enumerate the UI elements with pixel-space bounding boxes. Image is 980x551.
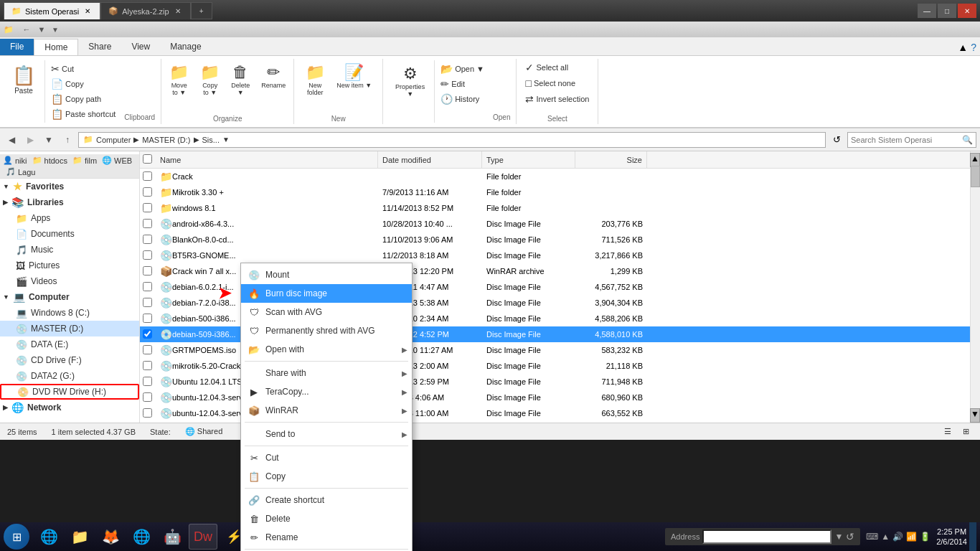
ctx-share-with[interactable]: Share with ▶ (241, 364, 412, 382)
new-tab-btn[interactable]: + (191, 2, 212, 19)
checkbox-12[interactable] (143, 361, 152, 370)
row-checkbox-8[interactable] (140, 295, 156, 310)
scrollbar[interactable]: ▲ ▼ (970, 151, 980, 423)
taskbar-firefox[interactable]: 🦊 (96, 524, 125, 550)
col-header-date[interactable]: Date modified (378, 151, 482, 168)
ctx-create-shortcut[interactable]: 🔗 Create shortcut (241, 491, 412, 509)
ctx-scan-avg[interactable]: 🛡 Scan with AVG (241, 303, 412, 321)
table-row[interactable]: 📁 Mikrotik 3.30 + 7/9/2013 11:16 AM File… (140, 184, 970, 200)
row-checkbox-2[interactable] (140, 200, 156, 215)
taskbar-ie[interactable]: 🌐 (34, 524, 63, 550)
sidebar-item-videos[interactable]: 🎬 Videos (0, 273, 139, 289)
taskbar-explorer[interactable]: 📁 (65, 524, 94, 550)
ribbon-tab-file[interactable]: File (0, 39, 34, 55)
tab-sistem-operasi[interactable]: 📁 Sistem Operasi ✕ (4, 2, 100, 19)
row-checkbox-12[interactable] (140, 358, 156, 373)
ribbon-tab-home[interactable]: Home (34, 39, 78, 55)
ctx-winrar[interactable]: 📦 WinRAR ▶ (241, 401, 412, 420)
table-row[interactable]: 💿 BT5R3-GNOME... 11/2/2013 8:18 AM Disc … (140, 248, 970, 263)
checkbox-11[interactable] (143, 345, 152, 354)
checkbox-6[interactable] (143, 266, 152, 276)
ctx-rename[interactable]: ✏ Rename (241, 528, 412, 547)
large-icons-view-btn[interactable]: ⊞ (958, 425, 973, 438)
address-bar[interactable]: 📁 Computer ▶ MASTER (D:) ▶ Sis... ▼ (78, 132, 826, 148)
checkbox-1[interactable] (143, 187, 152, 197)
checkbox-8[interactable] (143, 298, 152, 307)
nav-up-btn[interactable]: ↑ (60, 132, 75, 148)
edit-btn[interactable]: ✏ Edit (438, 77, 487, 91)
properties-btn[interactable]: ⚙ Properties▼ (390, 62, 430, 100)
search-input[interactable] (851, 136, 960, 144)
row-checkbox-11[interactable] (140, 342, 156, 357)
sidebar-item-data2-g[interactable]: 💿 DATA2 (G:) (0, 368, 139, 384)
bookmark-niki[interactable]: niki (15, 156, 27, 165)
tab1-close[interactable]: ✕ (83, 6, 93, 17)
scroll-up[interactable]: ▲ (970, 153, 980, 167)
col-header-name[interactable]: Name (156, 151, 378, 168)
checkbox-9[interactable] (143, 314, 152, 323)
copy-path-btn[interactable]: 📋 Copy path (48, 92, 118, 106)
select-all-btn[interactable]: ✓ Select all (522, 60, 592, 75)
favorites-header[interactable]: ▼ ★ Favorites (0, 179, 139, 194)
invert-selection-btn[interactable]: ⇄ Invert selection (522, 92, 592, 106)
bookmark-film[interactable]: film (85, 156, 97, 165)
row-checkbox-4[interactable] (140, 232, 156, 247)
taskbar-address-input[interactable] (702, 529, 831, 544)
move-to-btn[interactable]: 📁 Moveto ▼ (164, 60, 194, 99)
ctx-copy[interactable]: 📋 Copy (241, 467, 412, 486)
nav-dropdown-btn[interactable]: ▼ (41, 132, 57, 148)
computer-header[interactable]: ▼ 💻 Computer (0, 289, 139, 305)
ctx-teracopy[interactable]: ▶ TeraCopy... ▶ (241, 382, 412, 401)
sidebar-item-master-d[interactable]: 💿 MASTER (D:) (0, 321, 139, 336)
cut-btn[interactable]: ✂ Cut (48, 62, 118, 76)
sidebar-item-data-e[interactable]: 💿 DATA (E:) (0, 336, 139, 352)
sidebar-item-apps[interactable]: 📁 Apps (0, 210, 139, 226)
help-btn[interactable]: ? (971, 42, 976, 53)
taskbar-android[interactable]: 🤖 (158, 524, 187, 550)
table-row[interactable]: 💿 android-x86-4.3... 10/28/2013 10:40 ..… (140, 216, 970, 232)
paste-shortcut-btn[interactable]: 📋 Paste shortcut (48, 107, 118, 121)
search-bar[interactable]: 🔍 (847, 132, 976, 148)
ctx-open-with[interactable]: 📂 Open with ▶ (241, 340, 412, 359)
ctx-mount[interactable]: 💿 Mount (241, 265, 412, 284)
ctx-shred-avg[interactable]: 🛡 Permanently shred with AVG (241, 321, 412, 340)
maximize-btn[interactable]: □ (938, 4, 956, 18)
row-checkbox-16[interactable] (140, 421, 156, 423)
tab2-close[interactable]: ✕ (173, 6, 183, 17)
ctx-cut[interactable]: ✂ Cut (241, 448, 412, 467)
close-btn[interactable]: ✕ (958, 4, 976, 18)
qa-back-btn[interactable]: ← (20, 23, 33, 36)
details-view-btn[interactable]: ☰ (941, 425, 955, 438)
checkbox-2[interactable] (143, 203, 152, 212)
scroll-down[interactable]: ▼ (970, 408, 980, 423)
table-row[interactable]: 📁 Crack File folder (140, 169, 970, 184)
checkbox-5[interactable] (143, 250, 152, 260)
checkbox-10[interactable] (143, 329, 152, 339)
paste-btn[interactable]: 📋 Paste (7, 62, 40, 98)
sidebar-item-music[interactable]: 🎵 Music (0, 242, 139, 258)
col-header-size[interactable]: Size (575, 151, 647, 168)
rename-btn[interactable]: ✏ Rename (256, 60, 291, 92)
sidebar-item-dvd-rw-h[interactable]: 📀 DVD RW Drive (H:) (0, 384, 139, 400)
bookmark-lagu[interactable]: Lagu (18, 168, 35, 176)
row-checkbox-3[interactable] (140, 216, 156, 231)
bookmark-htdocs[interactable]: htdocs (44, 156, 67, 165)
table-row[interactable]: 💿 BlankOn-8.0-cd... 11/10/2013 9:06 AM D… (140, 232, 970, 248)
history-btn[interactable]: 🕐 History (438, 92, 487, 106)
scroll-thumb[interactable] (971, 166, 980, 187)
refresh-btn[interactable]: ↺ (829, 132, 844, 148)
sidebar-item-documents[interactable]: 📄 Documents (0, 226, 139, 242)
select-none-btn[interactable]: □ Select none (522, 76, 592, 90)
search-icon[interactable]: 🔍 (962, 135, 973, 145)
nav-back-btn[interactable]: ◀ (4, 132, 19, 148)
ribbon-tab-manage[interactable]: Manage (160, 39, 211, 55)
checkbox-13[interactable] (143, 377, 152, 386)
qa-recent-btn[interactable]: ▼ (35, 23, 48, 36)
start-btn[interactable]: ⊞ (4, 524, 29, 550)
network-header[interactable]: ▶ 🌐 Network (0, 400, 139, 415)
ribbon-collapse-btn[interactable]: ▲ (958, 42, 968, 53)
checkbox-7[interactable] (143, 282, 152, 291)
nav-forward-btn[interactable]: ▶ (22, 132, 38, 148)
row-checkbox-5[interactable] (140, 248, 156, 263)
sidebar-item-cd-f[interactable]: 💿 CD Drive (F:) (0, 352, 139, 368)
